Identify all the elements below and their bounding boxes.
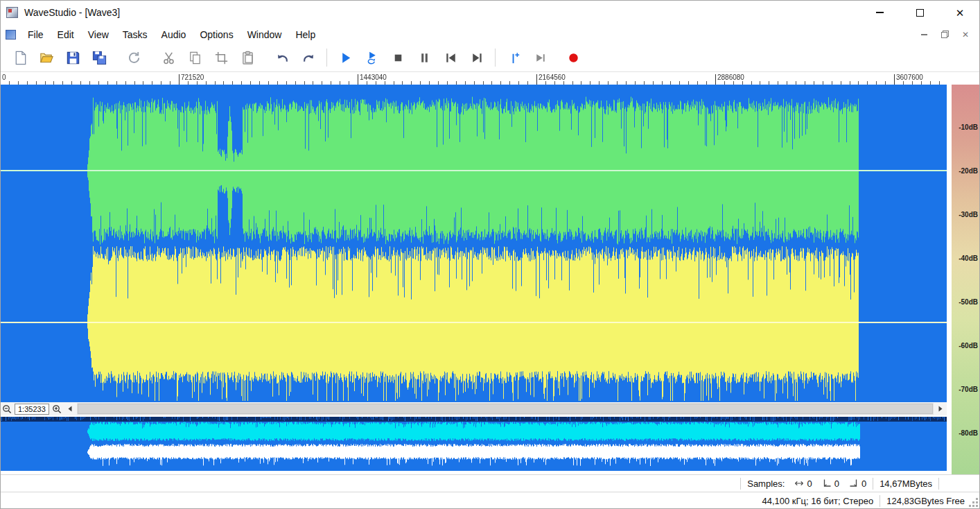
open-file-button[interactable]: [33, 46, 60, 69]
record-icon: [566, 50, 581, 66]
db-label: -80dB: [959, 429, 978, 437]
minimize-icon: [876, 12, 884, 13]
stop-button[interactable]: [385, 46, 411, 69]
menu-items: FileEditViewTasksAudioOptionsWindowHelp: [21, 27, 322, 42]
play-to-end-button[interactable]: [527, 46, 553, 69]
new-file-button[interactable]: [7, 46, 33, 69]
statusbar-samples: Samples: 0 0 0 14,67MBytes: [0, 474, 980, 492]
zoom-scroll-bar: 1:35233: [0, 402, 947, 415]
redo-button[interactable]: [295, 46, 322, 69]
statusbar-format: 44,100 кГц; 16 бит; Стерео 124,83GBytes …: [0, 492, 980, 509]
zoom-ratio: 1:35233: [15, 404, 49, 415]
horizontal-scrollbar[interactable]: [77, 403, 934, 415]
db-label: -10dB: [959, 123, 978, 131]
stop-icon: [390, 50, 406, 66]
menu-item-help[interactable]: Help: [288, 27, 322, 42]
child-restore-button[interactable]: [940, 30, 950, 40]
play-icon: [338, 50, 353, 66]
status-separator: [880, 495, 880, 507]
cursor-to-counter: 0: [849, 478, 866, 489]
insert-marker-button[interactable]: [500, 46, 527, 69]
db-scale: -10dB-20dB-30dB-40dB-50dB-60dB-70dB-80dB: [952, 85, 980, 474]
open-folder-icon: [39, 50, 55, 66]
samples-label: Samples:: [747, 478, 785, 489]
maximize-icon: [916, 9, 924, 17]
undo-button[interactable]: [269, 46, 295, 69]
selection-length-icon: [794, 478, 804, 488]
db-label: -20dB: [959, 167, 978, 175]
close-icon: ✕: [956, 8, 965, 18]
save-button[interactable]: [60, 46, 86, 69]
overview-display[interactable]: [0, 417, 947, 471]
undo-icon: [274, 50, 290, 66]
scrollbar-thumb[interactable]: [78, 404, 933, 414]
paste-icon: [240, 50, 256, 66]
menubar: FileEditViewTasksAudioOptionsWindowHelp …: [0, 25, 980, 44]
format-info: 44,100 кГц; 16 бит; Стерео: [762, 496, 873, 506]
save-icon: [65, 50, 81, 66]
toolbar-separator: [326, 49, 327, 67]
save-all-icon: [91, 50, 107, 66]
play-loop-icon: [364, 50, 380, 66]
menu-item-view[interactable]: View: [81, 27, 116, 42]
scroll-left-button[interactable]: [64, 403, 76, 415]
menu-item-tasks[interactable]: Tasks: [116, 27, 155, 42]
child-close-icon: ✕: [962, 31, 969, 39]
minimize-button[interactable]: [859, 0, 900, 25]
scroll-right-icon: [937, 405, 944, 413]
paste-button[interactable]: [234, 46, 261, 69]
menu-item-options[interactable]: Options: [193, 27, 240, 42]
zoom-out-icon: [2, 404, 12, 414]
insert-marker-icon: [506, 50, 522, 66]
go-to-end-button[interactable]: [464, 46, 490, 69]
cut-button[interactable]: [155, 46, 182, 69]
zoom-out-button[interactable]: [1, 403, 13, 415]
timeline-ruler[interactable]: [0, 72, 947, 85]
pause-icon: [417, 50, 432, 66]
trim-crop-icon: [213, 50, 229, 66]
menu-item-file[interactable]: File: [21, 27, 51, 42]
copy-icon: [187, 50, 203, 66]
play-loop-button[interactable]: [358, 46, 385, 69]
play-to-end-icon: [532, 50, 548, 66]
cursor-to-icon: [849, 478, 859, 488]
resize-grip[interactable]: [969, 498, 978, 507]
revert-icon: [126, 50, 142, 66]
child-window-icon[interactable]: [6, 30, 16, 40]
waveform-display[interactable]: [0, 85, 947, 402]
selection-counter: 0: [794, 478, 812, 489]
pause-button[interactable]: [411, 46, 437, 69]
child-close-button[interactable]: ✕: [961, 30, 970, 40]
db-label: -60dB: [959, 342, 978, 350]
memory-size: 14,67MBytes: [880, 478, 932, 489]
cursor-from-icon: [822, 478, 832, 488]
cursor-from-counter: 0: [822, 478, 839, 489]
trim-button[interactable]: [208, 46, 234, 69]
maximize-button[interactable]: [900, 0, 940, 25]
copy-button[interactable]: [182, 46, 208, 69]
redo-icon: [301, 50, 317, 66]
db-label: -40dB: [959, 254, 978, 262]
selection-value: 0: [807, 478, 812, 489]
save-all-button[interactable]: [86, 46, 112, 69]
zoom-in-button[interactable]: [51, 403, 63, 415]
go-to-start-button[interactable]: [437, 46, 464, 69]
menu-item-edit[interactable]: Edit: [51, 27, 81, 42]
toolbar: [0, 44, 980, 72]
window-title: WaveStudio - [Wave3]: [24, 7, 120, 18]
revert-button[interactable]: [121, 46, 147, 69]
window-controls: ✕: [859, 0, 980, 25]
play-button[interactable]: [332, 46, 358, 69]
go-to-end-icon: [469, 50, 485, 66]
record-button[interactable]: [560, 46, 586, 69]
child-minimize-button[interactable]: [919, 30, 929, 40]
menu-item-audio[interactable]: Audio: [155, 27, 193, 42]
db-label: -30dB: [959, 211, 978, 218]
close-button[interactable]: ✕: [940, 0, 980, 25]
go-to-start-icon: [443, 50, 459, 66]
menu-item-window[interactable]: Window: [240, 27, 289, 42]
cursor-from-value: 0: [834, 478, 839, 489]
status-separator: [740, 478, 741, 490]
scroll-right-button[interactable]: [935, 403, 946, 415]
new-file-icon: [12, 50, 28, 66]
